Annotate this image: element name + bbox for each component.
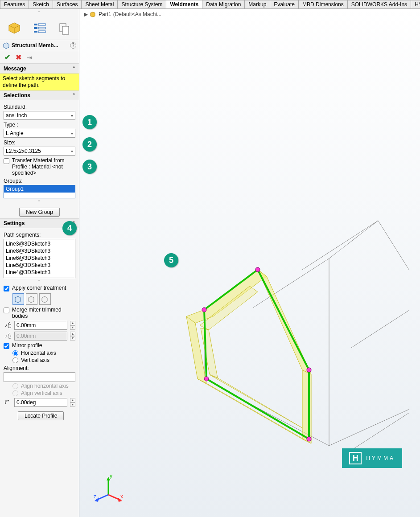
section-selections-header[interactable]: Selections ˄ xyxy=(0,90,79,100)
merge-miter-checkbox[interactable] xyxy=(4,308,9,313)
align-vertical-label: Align vertical axis xyxy=(21,390,62,396)
vertical-axis-radio[interactable] xyxy=(12,357,18,363)
tab-mbd-dimensions[interactable]: MBD Dimensions xyxy=(298,0,348,8)
callout-4: 4 xyxy=(62,221,77,235)
path-segment-item[interactable]: Line3@3DSketch3 xyxy=(6,240,73,247)
horizontal-axis-label: Horizontal axis xyxy=(21,350,56,356)
part-icon xyxy=(90,11,97,18)
feature-title: Structural Memb... xyxy=(12,42,68,49)
structural-member-icon xyxy=(3,42,10,49)
svg-text:x: x xyxy=(120,493,123,500)
property-manager-icon[interactable] xyxy=(31,20,48,37)
hymma-logo: H HYMMA xyxy=(342,448,402,468)
cancel-icon[interactable]: ✖ xyxy=(16,53,21,62)
mirror-profile-checkbox[interactable] xyxy=(4,343,9,349)
apply-corner-checkbox[interactable] xyxy=(4,286,9,291)
breadcrumb[interactable]: ▶ Part1 (Default<As Machi... xyxy=(84,11,161,18)
feature-tree-icon[interactable] xyxy=(6,20,23,37)
svg-rect-2 xyxy=(34,24,37,25)
type-select[interactable]: L Angle xyxy=(4,129,75,138)
svg-point-33 xyxy=(307,368,311,372)
message-text: Select sketch segments to define the pat… xyxy=(0,74,79,90)
breadcrumb-expand-icon[interactable]: ▶ xyxy=(84,11,88,17)
tab-weldments[interactable]: Weldments xyxy=(166,0,202,8)
gap1-input[interactable]: 0.00mm xyxy=(14,321,67,330)
rotation-angle-icon xyxy=(4,398,12,407)
pin-icon[interactable]: ⇥ xyxy=(27,54,32,61)
svg-rect-6 xyxy=(34,31,37,33)
svg-point-31 xyxy=(202,308,206,312)
type-label: Type : xyxy=(4,122,75,128)
alignment-input[interactable] xyxy=(4,372,75,382)
gap1-spinner[interactable]: ▴▾ xyxy=(70,321,75,330)
breadcrumb-config: (Default<As Machi... xyxy=(113,11,161,17)
help-icon[interactable]: ? xyxy=(70,42,76,49)
groups-listbox[interactable]: Group1 xyxy=(4,185,75,198)
standard-select[interactable]: ansi inch xyxy=(4,111,75,120)
corner-treatment-icons xyxy=(12,293,75,305)
svg-point-35 xyxy=(204,377,209,381)
horizontal-axis-radio[interactable] xyxy=(12,350,18,356)
drag-handle[interactable] xyxy=(0,9,79,14)
transfer-material-checkbox[interactable] xyxy=(4,158,9,164)
hymma-logo-mark: H xyxy=(349,452,362,464)
graphics-viewport[interactable]: ▶ Part1 (Default<As Machi... xyxy=(79,9,420,517)
tab-solidworks-add-ins[interactable]: SOLIDWORKS Add-Ins xyxy=(347,0,411,8)
path-segments-listbox[interactable]: Line3@3DSketch3Line8@3DSketch3Line6@3DSk… xyxy=(4,239,75,278)
drag-handle[interactable] xyxy=(4,278,75,283)
tab-evaluate[interactable]: Evaluate xyxy=(270,0,299,8)
corner-end-miter-icon[interactable] xyxy=(12,293,24,305)
gap2-input: 0.00mm xyxy=(14,332,67,341)
ok-icon[interactable]: ✔ xyxy=(4,53,10,62)
tab-markup[interactable]: Markup xyxy=(244,0,270,8)
chevron-up-icon: ˄ xyxy=(73,93,75,98)
tab-structure-system[interactable]: Structure System xyxy=(117,0,166,8)
new-group-button[interactable]: New Group xyxy=(19,208,60,217)
tab-hymma[interactable]: HYMMA xyxy=(411,0,420,8)
section-settings-title: Settings xyxy=(4,220,25,226)
section-message-header[interactable]: Message ˄ xyxy=(0,64,79,74)
callout-1: 1 xyxy=(82,115,97,129)
rotation-angle-spinner[interactable]: ▴▾ xyxy=(70,398,75,407)
tab-data-migration[interactable]: Data Migration xyxy=(202,0,245,8)
corner-end-butt1-icon[interactable] xyxy=(26,293,37,305)
path-segment-item[interactable]: Line6@3DSketch3 xyxy=(6,254,73,262)
alignment-label: Alignment: xyxy=(4,365,75,371)
path-segment-item[interactable]: Line8@3DSketch3 xyxy=(6,247,73,254)
gap2-spinner: ▴▾ xyxy=(70,332,75,341)
groups-label: Groups: xyxy=(4,178,75,184)
size-select[interactable]: L2.5x2x0.3125 xyxy=(4,147,75,156)
config-manager-icon[interactable]: ◂ ▸ xyxy=(56,20,73,37)
svg-marker-25 xyxy=(198,379,311,443)
tab-surfaces[interactable]: Surfaces xyxy=(53,0,82,8)
property-manager-panel: ◂ ▸ Structural Memb... ? ✔ ✖ ⇥ Message ˄… xyxy=(0,9,79,517)
size-label: Size: xyxy=(4,140,75,146)
groups-selected-item[interactable]: Group1 xyxy=(4,185,75,193)
svg-rect-5 xyxy=(38,27,45,29)
rotation-angle-input[interactable]: 0.00deg xyxy=(14,398,67,407)
svg-text:◂ ▸: ◂ ▸ xyxy=(61,32,67,35)
command-tabs: FeaturesSketchSurfacesSheet MetalStructu… xyxy=(0,0,420,9)
locate-profile-button[interactable]: Locate Profile xyxy=(18,411,64,420)
breadcrumb-part: Part1 xyxy=(99,11,111,17)
chevron-up-icon: ˄ xyxy=(73,66,75,72)
model-preview xyxy=(133,196,409,472)
section-selections-title: Selections xyxy=(4,92,30,98)
tab-sketch[interactable]: Sketch xyxy=(29,0,53,8)
corner-end-butt2-icon[interactable] xyxy=(39,293,51,305)
mirror-profile-label: Mirror profile xyxy=(12,342,42,349)
path-segment-item[interactable]: Line5@3DSketch3 xyxy=(6,262,73,269)
transfer-material-label: Transfer Material from Profile : Materia… xyxy=(12,157,75,176)
drag-handle[interactable] xyxy=(4,198,75,203)
svg-marker-22 xyxy=(91,12,95,17)
svg-marker-30 xyxy=(210,375,302,428)
gap1-icon: G1 xyxy=(4,321,12,330)
section-message-title: Message xyxy=(4,66,26,72)
tab-sheet-metal[interactable]: Sheet Metal xyxy=(81,0,118,8)
path-segment-item[interactable]: Line4@3DSketch3 xyxy=(6,269,73,276)
svg-marker-12 xyxy=(15,296,21,303)
gap2-icon: G2 xyxy=(4,332,12,341)
tab-features[interactable]: Features xyxy=(0,0,29,8)
merge-miter-label: Merge miter trimmed bodies xyxy=(12,307,75,319)
accept-row: ✔ ✖ ⇥ xyxy=(0,51,79,64)
